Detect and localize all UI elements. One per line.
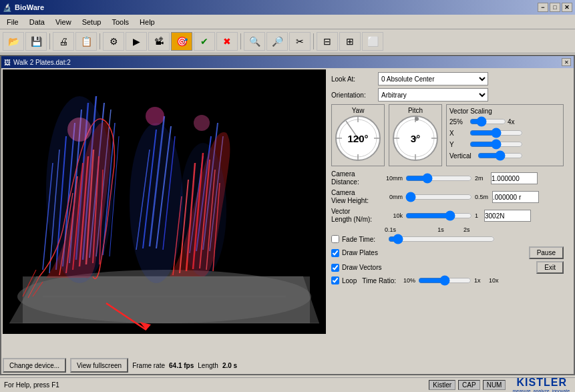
pause-button[interactable]: Pause [529,246,564,259]
title-bar: 🔬 BioWare − □ ✕ [0,0,575,15]
mdi-window: 🖼 Walk 2 Plates.dat:2 ✕ [0,55,575,375]
vec-len-input[interactable] [484,210,531,222]
pitch-box: Pitch 3° [389,104,442,166]
cap-badge: CAP [458,380,480,390]
length-label: Length [198,362,218,369]
zoom-out-btn[interactable]: 🔎 [266,32,288,51]
camera-distance-label: CameraDistance: [331,170,381,186]
sep4 [313,33,314,49]
draw-vectors-row: Draw Vectors Exit [331,261,564,274]
loop-checkbox[interactable] [331,276,339,284]
menu-file[interactable]: File [1,17,24,27]
svg-point-47 [130,123,183,283]
vs-4x: 4x [508,118,515,126]
minimize-btn[interactable]: − [538,3,548,12]
cam-dist-input[interactable] [491,172,538,184]
fade-time-checkbox[interactable] [331,235,339,243]
window-btn[interactable]: ⬜ [362,32,383,51]
sep1 [49,33,50,49]
look-at-select[interactable]: 0 Absolute Center 1 Left Foot 2 Right Fo… [378,72,488,85]
mdi-icon: 🖼 [4,59,11,66]
menu-data[interactable]: Data [24,17,50,27]
fade-time-label: Fade Time: [342,236,385,243]
loop-label: Loop [342,277,357,284]
cam-h-slider[interactable] [405,192,472,202]
h-split-btn[interactable]: ⊟ [317,32,338,51]
record-btn[interactable]: 📽 [148,32,170,51]
vs-vert-label: Vertical [449,152,476,160]
time-ratio-label: Time Ratio: [362,277,396,284]
3d-viewport[interactable] [3,69,326,334]
exit-button[interactable]: Exit [536,261,564,274]
vs-x-label: X [449,130,468,137]
vec-len-slider[interactable] [405,211,472,220]
view-fullscreen-btn[interactable]: View fullscreen [70,358,128,373]
v-split-btn[interactable]: ⊞ [339,32,361,51]
close-btn[interactable]: ✕ [562,3,572,12]
menu-bar: File Data View Setup Tools Help [0,15,575,29]
kistler-badge: Kistler [429,380,455,390]
vs-vert-slider[interactable] [477,151,523,160]
maximize-btn[interactable]: □ [550,3,560,12]
settings-btn[interactable]: ⚙ [103,32,124,51]
kistler-logo: KISTLER [516,377,566,389]
time-ratio-min: 10% [399,277,415,284]
time-label-1: 1s [418,226,463,233]
vs-x-slider[interactable] [469,128,523,138]
play-btn[interactable]: ▶ [126,32,147,51]
menu-tools[interactable]: Tools [106,17,134,27]
vs-y-label: Y [449,141,468,148]
yaw-label: Yaw [334,107,382,114]
fade-time-slider[interactable] [388,234,495,244]
time-labels-row: 0.1s 1s 2s [385,226,564,233]
cam-h-input[interactable] [492,191,539,203]
orientation-row: Orientation: Arbitrary Sagittal Frontal [331,88,564,102]
change-device-btn[interactable]: Change device... [3,358,66,373]
svg-point-51 [194,115,210,131]
cam-dist-slider[interactable] [405,174,472,183]
menu-view[interactable]: View [50,17,77,27]
time-ratio-slider[interactable] [418,276,471,285]
menu-help[interactable]: Help [134,17,160,27]
open-folder-btn[interactable]: 📂 [3,32,24,51]
kistler-tagline: measure. analyze. innovate. [512,389,571,392]
camera-distance-row: CameraDistance: 10mm 2m [331,170,564,186]
mdi-close-btn[interactable]: ✕ [562,58,571,66]
kistler-logo-block: KISTLER measure. analyze. innovate. [512,377,571,392]
camera-height-row: CameraView Height: 0mm 0.5m [331,189,564,205]
look-at-row: Look At: 0 Absolute Center 1 Left Foot 2… [331,72,564,85]
orientation-label: Orientation: [331,91,378,99]
yaw-dial[interactable]: 120° [334,114,382,162]
zoom-in-btn[interactable]: 🔍 [244,32,265,51]
app-icon: 🔬 [3,3,12,12]
mdi-title-text: Walk 2 Plates.dat:2 [13,59,71,66]
vs-pct: 25% [449,118,468,126]
active-record-btn[interactable]: 🎯 [171,32,192,51]
menu-setup[interactable]: Setup [77,17,107,27]
cam-dist-min: 10mm [384,175,403,182]
save-btn[interactable]: 💾 [25,32,47,51]
vs-slider-top[interactable] [469,117,506,126]
look-at-label: Look At: [331,75,378,83]
status-bar: For Help, press F1 Kistler CAP NUM KISTL… [0,377,575,392]
num-badge: NUM [483,380,506,390]
draw-vectors-checkbox[interactable] [331,264,339,272]
copy-btn[interactable]: 📋 [75,32,97,51]
orientation-select[interactable]: Arbitrary Sagittal Frontal [378,88,488,102]
pitch-value: 3° [411,133,420,144]
pitch-label: Pitch [391,107,439,114]
pitch-dial[interactable]: 3° [391,114,439,162]
time-label-2: 2s [463,226,470,233]
camera-height-label: CameraView Height: [331,189,381,205]
yaw-value: 120° [347,133,368,144]
vs-y-slider[interactable] [469,140,523,149]
cam-h-max: 0.5m [475,194,490,200]
print-btn[interactable]: 🖨 [53,32,74,51]
draw-plates-row: Draw Plates Pause [331,246,564,259]
toolbar: 📂 💾 🖨 📋 ⚙ ▶ 📽 🎯 ✔ ✖ 🔍 🔎 ✂ ⊟ ⊞ ⬜ [0,29,575,53]
stop-btn[interactable]: ✖ [216,32,238,51]
svg-point-48 [180,143,226,276]
check-btn[interactable]: ✔ [194,32,215,51]
cut-btn[interactable]: ✂ [289,32,311,51]
draw-plates-checkbox[interactable] [331,249,339,257]
